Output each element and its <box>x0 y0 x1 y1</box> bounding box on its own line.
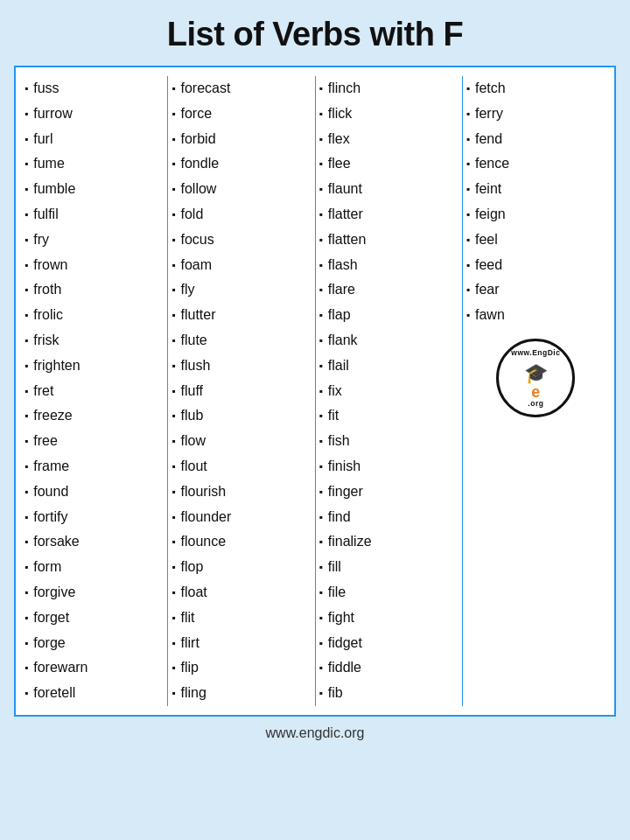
list-item: found <box>24 480 164 505</box>
list-item: form <box>24 555 164 580</box>
word-list-1: fussfurrowfurlfumefumblefulfilfryfrownfr… <box>24 76 164 706</box>
list-item: flounder <box>172 505 311 530</box>
list-item: fortify <box>24 505 164 530</box>
list-item: fulfil <box>24 202 164 228</box>
list-item: flute <box>172 328 311 354</box>
list-item: fly <box>172 277 311 303</box>
list-item: frame <box>24 454 164 480</box>
logo-top-text: www.EngDic <box>499 348 572 357</box>
list-item: flex <box>319 127 458 152</box>
list-item: fib <box>319 681 458 706</box>
list-item: flourish <box>172 480 311 505</box>
word-column-1: fussfurrowfurlfumefumblefulfilfryfrownfr… <box>21 76 168 706</box>
list-item: follow <box>172 177 311 202</box>
list-item: flirt <box>172 631 311 656</box>
list-item: fondle <box>172 151 311 177</box>
list-item: fumble <box>24 177 164 202</box>
list-item: frisk <box>24 328 164 354</box>
list-item: fix <box>319 379 458 404</box>
list-item: fight <box>319 606 458 631</box>
list-item: fence <box>466 151 606 177</box>
list-item: flub <box>172 403 311 429</box>
list-item: find <box>319 505 458 530</box>
footer-url: www.engdic.org <box>266 725 365 741</box>
list-item: flit <box>172 606 311 631</box>
list-item: flaunt <box>319 177 458 202</box>
list-item: fume <box>24 151 164 177</box>
words-table: fussfurrowfurlfumefumblefulfilfryfrownfr… <box>14 66 616 717</box>
list-item: free <box>24 429 164 454</box>
list-item: freeze <box>24 403 164 429</box>
list-item: fit <box>319 403 458 429</box>
list-item: fear <box>466 277 606 303</box>
list-item: forsake <box>24 529 164 555</box>
list-item: finalize <box>319 529 458 555</box>
list-item: flash <box>319 253 458 278</box>
list-item: force <box>172 102 311 127</box>
list-item: finger <box>319 480 458 505</box>
list-item: fret <box>24 379 164 404</box>
list-item: forge <box>24 631 164 656</box>
list-item: feint <box>466 177 606 202</box>
list-item: feign <box>466 202 606 228</box>
list-item: focus <box>172 228 311 253</box>
list-item: fidget <box>319 631 458 656</box>
list-item: foam <box>172 253 311 278</box>
list-item: flounce <box>172 529 311 555</box>
word-column-2: forecastforceforbidfondlefollowfoldfocus… <box>168 76 315 706</box>
page-title: List of Verbs with F <box>167 16 463 53</box>
list-item: flinch <box>319 76 458 102</box>
list-item: feel <box>466 228 606 253</box>
list-item: forewarn <box>24 655 164 681</box>
word-column-4: fetchferryfendfencefeintfeignfeelfeedfea… <box>463 76 609 706</box>
list-item: fetch <box>466 76 606 102</box>
list-item: fiddle <box>319 655 458 681</box>
list-item: flutter <box>172 303 311 328</box>
word-list-3: flinchflickflexfleeflauntflatterflattenf… <box>319 76 458 706</box>
word-list-4: fetchferryfendfencefeintfeignfeelfeedfea… <box>466 76 606 328</box>
graduation-cap-icon: 🎓 <box>524 362 548 385</box>
list-item: fawn <box>466 303 606 328</box>
word-list-2: forecastforceforbidfondlefollowfoldfocus… <box>172 76 311 706</box>
list-item: finish <box>319 454 458 480</box>
list-item: foretell <box>24 681 164 706</box>
columns-container: fussfurrowfurlfumefumblefulfilfryfrownfr… <box>21 76 609 706</box>
list-item: froth <box>24 277 164 303</box>
list-item: forbid <box>172 127 311 152</box>
list-item: fish <box>319 429 458 454</box>
list-item: flop <box>172 555 311 580</box>
list-item: flee <box>319 151 458 177</box>
list-item: flush <box>172 354 311 379</box>
list-item: fill <box>319 555 458 580</box>
list-item: fend <box>466 127 606 152</box>
list-item: forget <box>24 606 164 631</box>
list-item: fuss <box>24 76 164 102</box>
list-item: flip <box>172 655 311 681</box>
list-item: float <box>172 580 311 606</box>
list-item: fry <box>24 228 164 253</box>
list-item: flank <box>319 328 458 354</box>
list-item: frown <box>24 253 164 278</box>
list-item: frighten <box>24 354 164 379</box>
list-item: fluff <box>172 379 311 404</box>
logo-bottom-text: .org <box>499 399 572 408</box>
list-item: file <box>319 580 458 606</box>
logo-circle: www.EngDic 🎓 e .org <box>496 339 575 417</box>
list-item: flick <box>319 102 458 127</box>
list-item: furrow <box>24 102 164 127</box>
list-item: flout <box>172 454 311 480</box>
list-item: forgive <box>24 580 164 606</box>
logo-area: www.EngDic 🎓 e .org <box>466 339 606 417</box>
list-item: fold <box>172 202 311 228</box>
list-item: fling <box>172 681 311 706</box>
list-item: flare <box>319 277 458 303</box>
list-item: furl <box>24 127 164 152</box>
list-item: flow <box>172 429 311 454</box>
list-item: flap <box>319 303 458 328</box>
list-item: feed <box>466 253 606 278</box>
list-item: frolic <box>24 303 164 328</box>
list-item: flatten <box>319 228 458 253</box>
list-item: flatter <box>319 202 458 228</box>
list-item: forecast <box>172 76 311 102</box>
word-column-3: flinchflickflexfleeflauntflatterflattenf… <box>316 76 463 706</box>
